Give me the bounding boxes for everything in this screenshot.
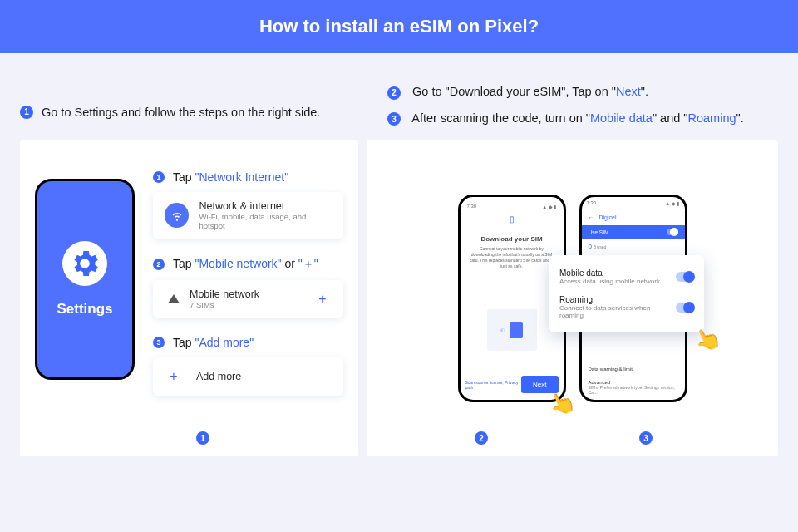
- back-arrow-icon[interactable]: ←: [589, 214, 594, 220]
- step-1: 1Tap "Network Internet" Network & intern…: [153, 170, 343, 239]
- instructions-row: 1 Go to Settings and follow the steps on…: [0, 53, 798, 126]
- phone-settings-mock: Settings: [35, 179, 135, 380]
- hand-pointer-icon: 👆: [690, 323, 725, 357]
- signal-icon: [168, 294, 180, 303]
- card-1: Settings 1Tap "Network Internet" Network…: [20, 140, 358, 456]
- bullet-3: 3: [387, 112, 401, 126]
- tile2-sub: 7 SIMs: [190, 300, 303, 309]
- data-warning-row[interactable]: Data warning & limit: [582, 362, 685, 376]
- bullet-1: 1: [20, 106, 33, 119]
- step-2: 2Tap "Mobile network" or "＋" Mobile netw…: [153, 257, 343, 318]
- card-2-3: 7:30▲ ◆ ▮ ▯ Download your SIM Connect to…: [367, 140, 778, 456]
- instruction-1: 1 Go to Settings and follow the steps on…: [20, 73, 361, 126]
- add-more-tile[interactable]: + Add more: [153, 357, 343, 396]
- next-link-text: Next: [616, 85, 641, 98]
- use-sim-row[interactable]: Use SIM: [582, 225, 685, 239]
- carrier-name: Digicel: [599, 214, 617, 220]
- roaming-row[interactable]: RoamingConnect to data services when roa…: [559, 290, 694, 324]
- learn-more-link[interactable]: Scan source license, Privacy path: [466, 380, 522, 390]
- instruction-3: 3 After scanning the code, turn on "Mobi…: [387, 111, 778, 126]
- roaming-toggle[interactable]: [676, 303, 694, 313]
- tile3-title: Add more: [196, 371, 241, 382]
- mobile-network-tile[interactable]: Mobile network 7 SIMs +: [153, 280, 343, 318]
- roaming-link-text: Roaming: [687, 111, 736, 125]
- next-button[interactable]: Next: [521, 376, 558, 393]
- mobile-data-link-text: Mobile data: [590, 111, 653, 125]
- tile2-title: Mobile network: [190, 288, 303, 300]
- network-internet-tile[interactable]: Network & internet Wi-Fi, mobile, data u…: [153, 192, 343, 239]
- toggles-overlay: Mobile dataAccess data using mobile netw…: [549, 255, 704, 332]
- instruction-1-text: Go to Settings and follow the steps on t…: [42, 106, 320, 119]
- mobile-data-row[interactable]: Mobile dataAccess data using mobile netw…: [559, 264, 694, 290]
- wifi-icon: [165, 203, 189, 228]
- status-icons: ▲ ◆ ▮: [542, 204, 556, 209]
- tile1-sub: Wi-Fi, mobile, data usage, and hotspot: [199, 212, 332, 230]
- mobile-data-toggle[interactable]: [676, 272, 694, 282]
- card-badge-3: 3: [639, 431, 653, 445]
- step-3: 3Tap "Add more" + Add more: [153, 336, 343, 396]
- qr-graphic: ◐: [487, 309, 537, 351]
- instructions-right: 2 Go to "Download your eSIM", Tap on "Ne…: [387, 73, 778, 126]
- download-sim-desc: Connect to your mobile network by downlo…: [466, 246, 559, 269]
- gear-icon: [62, 241, 107, 286]
- steps-column: 1Tap "Network Internet" Network & intern…: [153, 170, 343, 441]
- tile1-title: Network & internet: [199, 200, 332, 212]
- use-sim-toggle[interactable]: [667, 229, 678, 235]
- cards-row: Settings 1Tap "Network Internet" Network…: [0, 126, 798, 476]
- plus-icon: +: [165, 369, 183, 384]
- sim-icon: ▯: [510, 214, 515, 224]
- card-badge-2: 2: [475, 431, 488, 445]
- bullet-2: 2: [387, 86, 401, 100]
- download-sim-title: Download your SIM: [480, 235, 542, 243]
- card-badge-1: 1: [196, 431, 209, 445]
- status-icons: ▲ ◆ ▮: [665, 200, 679, 206]
- plus-icon[interactable]: +: [313, 292, 332, 307]
- settings-label: Settings: [57, 301, 112, 318]
- page-header: How to install an eSIM on Pixel?: [0, 0, 798, 53]
- advanced-row[interactable]: AdvancedSIMs, Preferred network type, Se…: [582, 376, 685, 399]
- instruction-2: 2 Go to "Download your eSIM", Tap on "Ne…: [387, 85, 778, 100]
- page-title: How to install an eSIM on Pixel?: [259, 16, 539, 37]
